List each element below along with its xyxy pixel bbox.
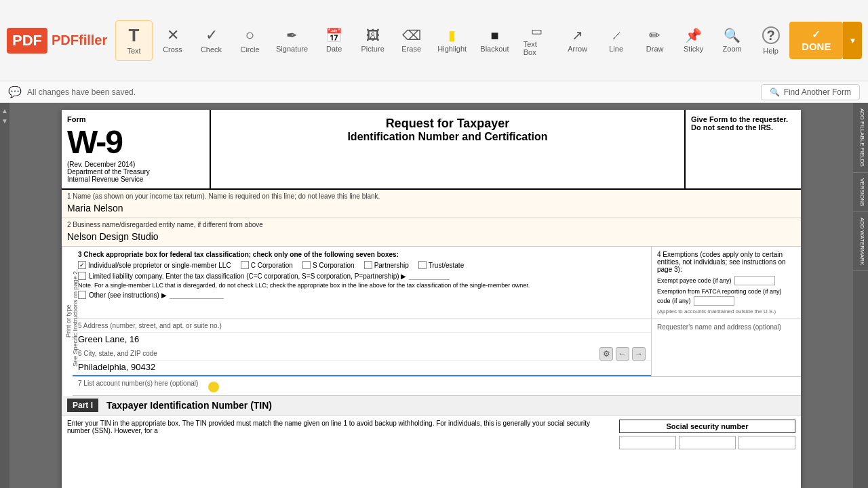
checkbox-partnership[interactable] [364,261,372,269]
ccorp-label: C Corporation [251,262,293,269]
field5-value[interactable]: Green Lane, 16 [73,333,651,347]
form-header-center: Request for Taxpayer Identification Numb… [211,110,686,188]
checkbox-ccorp[interactable] [241,261,249,269]
tool-text-label: Text [127,47,140,55]
form-rev-date: (Rev. December 2014) [67,161,204,168]
note-text: Note. For a single-member LLC that is di… [78,282,646,289]
tool-arrow[interactable]: ↗ Arrow [559,23,596,58]
tool-picture[interactable]: 🖼 Picture [354,23,391,58]
tool-textbox[interactable]: ▭ Text Box [517,20,557,62]
city-prev-button[interactable]: ← [616,347,629,361]
toolbar-right: ✓ DONE ▼ [789,22,862,59]
highlight-icon: ▮ [448,28,456,42]
tool-zoom[interactable]: 🔍 Zoom [713,23,751,58]
tool-check-label: Check [201,45,222,54]
sticky-icon: 📌 [685,28,702,42]
city-next-button[interactable]: → [632,347,646,361]
date-icon: 📅 [326,28,342,42]
picture-icon: 🖼 [366,28,380,42]
dept-line2: Internal Revenue Service [67,176,143,183]
toolbar-tools: T Text ✕ Cross ✓ Check ○ Circle ✒ Signat… [115,20,789,62]
logo-text: PDFfiller [52,33,107,48]
chk-trust: Trust/estate [418,261,464,269]
tool-erase[interactable]: ⌫ Erase [393,23,430,58]
left-nav-down[interactable]: ▼ [1,117,8,125]
field6-row: 6 City, state, and ZIP code ⚙ ← → [73,347,651,361]
tool-blackout[interactable]: ■ Blackout [474,23,515,58]
fatca-label: Exemption from FATCA reporting code (if … [657,288,795,295]
toolbar: PDF PDFfiller T Text ✕ Cross ✓ Check ○ C… [0,0,868,81]
signature-icon: ✒ [286,28,298,42]
tool-highlight[interactable]: ▮ Highlight [431,23,473,58]
tool-cross-label: Cross [163,45,182,54]
checkbox-scorp[interactable] [302,261,311,269]
tool-date[interactable]: 📅 Date [315,23,353,58]
other-label: Other (see instructions) ▶ [89,291,167,299]
tool-sticky[interactable]: 📌 Sticky [675,23,712,58]
field6-value[interactable]: Philadelphia, 90432 [73,361,651,376]
field4-label: 4 Exemptions (codes apply only to certai… [657,251,795,273]
textbox-icon: ▭ [531,25,542,37]
city-settings-button[interactable]: ⚙ [599,347,613,361]
requester-label: Requester's name and address (optional) [657,323,781,331]
right-sidebar: ADD FILLABLE FIELDS VERSIONS ADD WATERMA… [853,103,868,488]
sidebar-tab-fillable[interactable]: ADD FILLABLE FIELDS [853,103,868,173]
field1-value[interactable]: Maria Nelson [67,201,795,215]
tool-circle[interactable]: ○ Circle [231,22,269,59]
field2-row: 2 Business name/disregarded entity name,… [62,218,801,247]
text-icon: T [129,26,140,44]
tool-help[interactable]: ? Help [752,21,789,60]
city-controls: ⚙ ← → [599,347,646,361]
exempt-payee-row: Exempt payee code (if any) [657,276,795,285]
sidebar-tab-versions[interactable]: VERSIONS [853,173,868,212]
ssn-box-2[interactable] [679,436,736,449]
ssn-box-3[interactable] [738,436,795,449]
fatca-code-input[interactable] [694,296,734,306]
tool-circle-label: Circle [240,45,259,54]
find-another-form-button[interactable]: 🔍 Find Another Form [761,84,860,100]
form-label: Form [67,115,204,123]
search-icon: 🔍 [770,87,780,97]
tool-textbox-label: Text Box [524,40,551,56]
form-title-main: Request for Taxpayer [218,117,677,131]
partnership-label: Partnership [374,262,409,269]
zoom-icon: 🔍 [724,28,741,42]
tool-line[interactable]: ⟋ Line [597,23,635,58]
form-number: W-9 [67,124,122,160]
requester-section: Requester's name and address (optional) [652,319,801,376]
tool-draw[interactable]: ✏ Draw [636,23,673,58]
other-input[interactable] [170,291,224,299]
tool-blackout-label: Blackout [480,45,509,53]
find-form-label: Find Another Form [784,87,851,97]
address-section: 5 Address (number, street, and apt. or s… [73,319,801,377]
tool-line-label: Line [609,45,623,53]
other-row: Other (see instructions) ▶ [78,291,646,299]
tool-text[interactable]: T Text [115,20,153,61]
tool-zoom-label: Zoom [723,45,742,53]
tool-erase-label: Erase [401,45,421,53]
tool-check[interactable]: ✓ Check [193,22,230,59]
chk-ccorp: C Corporation [241,261,293,269]
left-nav-up[interactable]: ▲ [1,107,8,115]
checkbox-individual[interactable] [78,261,86,269]
done-button[interactable]: ✓ DONE [789,22,843,59]
tool-signature-label: Signature [276,45,308,53]
ssn-box-1[interactable] [619,436,676,449]
exempt-payee-input[interactable] [734,276,775,285]
vertical-label: Print or type See Specific Instructions … [62,247,73,396]
tool-help-label: Help [763,47,778,55]
tool-cross[interactable]: ✕ Cross [154,22,191,59]
checkbox-other[interactable] [78,291,86,299]
fatca-code-label: code (if any) [657,298,691,304]
checkbox-llc[interactable] [78,272,86,280]
scorp-label: S Corporation [313,262,355,269]
fatca-sub: (Applies to accounts maintained outside … [657,308,795,314]
llc-input[interactable] [409,272,450,280]
field2-value[interactable]: Nelson Design Studio [67,230,795,243]
done-dropdown-button[interactable]: ▼ [843,22,862,59]
tool-signature[interactable]: ✒ Signature [270,23,314,58]
checkbox-trust[interactable] [418,261,427,269]
tool-picture-label: Picture [361,45,384,53]
tool-arrow-label: Arrow [568,45,587,53]
sidebar-tab-watermark[interactable]: ADD WATERMARK [853,212,868,271]
